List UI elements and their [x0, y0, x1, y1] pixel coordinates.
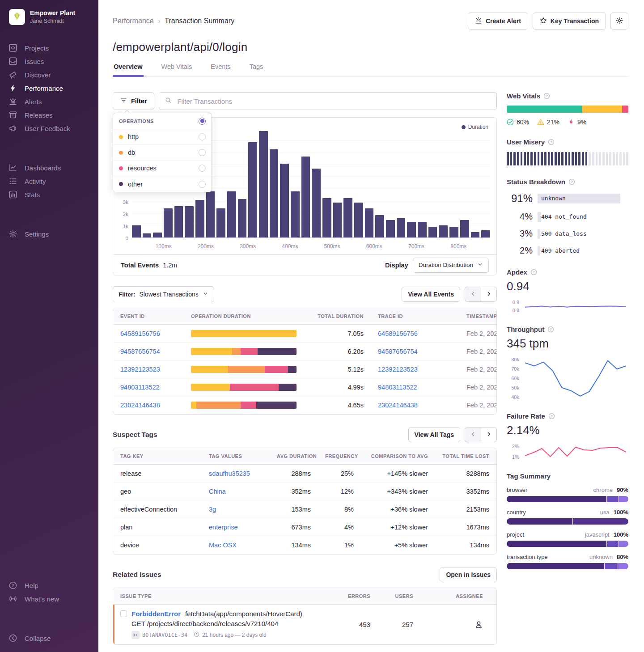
prev-page-button[interactable]: [465, 287, 481, 302]
view-all-tags-button[interactable]: View All Tags: [408, 427, 460, 442]
tag-value-link[interactable]: 3g: [209, 506, 216, 513]
sidebar-item-activity[interactable]: Activity: [0, 174, 98, 188]
tab-events[interactable]: Events: [210, 63, 231, 76]
operation-option-resources[interactable]: resources: [113, 161, 212, 176]
histogram-bar[interactable]: [206, 191, 215, 237]
operation-option-http[interactable]: http: [113, 129, 212, 145]
sidebar-item-alerts[interactable]: Alerts: [0, 95, 98, 108]
histogram-bar[interactable]: [238, 199, 247, 237]
issue-assignee[interactable]: [420, 620, 496, 629]
question-icon[interactable]: ?: [543, 93, 550, 99]
histogram-bar[interactable]: [227, 191, 236, 237]
sidebar-item-whats-new[interactable]: What's new: [0, 592, 98, 605]
operation-radio[interactable]: [199, 181, 206, 188]
org-switcher[interactable]: Empower Plant Jane Schmidt: [0, 9, 98, 25]
trace-id-link[interactable]: 12392123523: [378, 366, 418, 373]
dropdown-header[interactable]: OPERATIONS: [113, 113, 212, 129]
sidebar-item-discover[interactable]: Discover: [0, 68, 98, 81]
histogram-bar[interactable]: [333, 203, 342, 237]
tag-value-link[interactable]: enterprise: [209, 524, 237, 531]
event-id-link[interactable]: 94803113522: [120, 384, 160, 391]
tag-value-link[interactable]: Mac OSX: [209, 542, 237, 549]
histogram-bar[interactable]: [195, 200, 204, 237]
question-icon[interactable]: ?: [547, 326, 554, 333]
histogram-bar[interactable]: [397, 218, 406, 237]
prev-page-button[interactable]: [465, 427, 481, 442]
trace-id-link[interactable]: 94803113522: [378, 384, 417, 391]
histogram-bar[interactable]: [481, 230, 490, 237]
histogram-bar[interactable]: [280, 164, 289, 237]
question-icon[interactable]: ?: [548, 413, 555, 419]
next-page-button[interactable]: [481, 427, 497, 442]
key-transaction-button[interactable]: Key Transaction: [533, 13, 606, 30]
trace-id-link[interactable]: 64589156756: [378, 330, 418, 337]
display-select[interactable]: Duration Distribution: [413, 258, 489, 273]
histogram-bar[interactable]: [216, 208, 225, 237]
tag-value-link[interactable]: China: [209, 488, 226, 495]
tab-overview[interactable]: Overview: [113, 63, 144, 77]
event-id-link[interactable]: 64589156756: [120, 330, 160, 337]
sidebar-item-help[interactable]: ?Help: [0, 579, 98, 592]
histogram-bar[interactable]: [471, 232, 480, 237]
histogram-bar[interactable]: [270, 149, 279, 237]
histogram-bar[interactable]: [312, 169, 321, 237]
tag-value-link[interactable]: sdaufhu35235: [209, 470, 250, 477]
sidebar-item-releases[interactable]: Releases: [0, 108, 98, 122]
view-all-events-button[interactable]: View All Events: [402, 287, 460, 302]
operation-radio[interactable]: [199, 165, 206, 172]
sidebar-item-user-feedback[interactable]: User Feedback: [0, 122, 98, 135]
histogram-bar[interactable]: [449, 227, 458, 237]
sidebar-item-settings[interactable]: Settings: [0, 227, 98, 241]
event-id-link[interactable]: 23024146438: [120, 402, 160, 409]
operation-option-db[interactable]: db: [113, 145, 212, 161]
sidebar-item-dashboards[interactable]: Dashboards: [0, 161, 98, 174]
histogram-bar[interactable]: [439, 225, 448, 237]
operation-radio[interactable]: [199, 133, 206, 140]
histogram-bar[interactable]: [164, 208, 173, 237]
issue-error-type-link[interactable]: ForbiddenError: [131, 610, 181, 618]
histogram-bar[interactable]: [354, 203, 363, 237]
open-in-issues-button[interactable]: Open in Issues: [440, 567, 497, 582]
sidebar-item-collapse[interactable]: Collapse: [0, 631, 98, 645]
histogram-bar[interactable]: [132, 225, 141, 237]
operations-radio[interactable]: [199, 118, 206, 125]
histogram-bar[interactable]: [185, 206, 194, 237]
trace-id-link[interactable]: 94587656754: [378, 348, 418, 355]
sidebar-item-issues[interactable]: Issues: [0, 55, 98, 68]
question-icon[interactable]: ?: [568, 178, 575, 185]
sidebar-item-stats[interactable]: Stats: [0, 188, 98, 201]
event-id-link[interactable]: 94587656754: [120, 348, 160, 355]
sidebar-item-performance[interactable]: Performance: [0, 81, 98, 95]
operation-option-other[interactable]: other: [113, 176, 212, 192]
histogram-bar[interactable]: [174, 206, 183, 237]
issue-checkbox[interactable]: [120, 610, 127, 617]
histogram-bar[interactable]: [386, 220, 395, 237]
next-page-button[interactable]: [481, 287, 497, 302]
histogram-bar[interactable]: [418, 222, 427, 237]
histogram-bar[interactable]: [153, 233, 162, 237]
tab-web-vitals[interactable]: Web Vitals: [161, 63, 193, 76]
event-id-link[interactable]: 12392123523: [120, 366, 160, 373]
sidebar-item-projects[interactable]: Projects: [0, 41, 98, 55]
histogram-bar[interactable]: [259, 131, 268, 237]
tab-tags[interactable]: Tags: [249, 63, 264, 76]
histogram-bar[interactable]: [365, 208, 374, 237]
create-alert-button[interactable]: Create Alert: [468, 13, 528, 30]
events-filter-select[interactable]: Filter: Slowest Transactions: [113, 286, 214, 302]
operation-radio[interactable]: [199, 149, 206, 156]
histogram-bar[interactable]: [343, 198, 352, 237]
question-icon[interactable]: ?: [548, 139, 555, 145]
histogram-bar[interactable]: [428, 227, 437, 237]
breadcrumb-performance[interactable]: Performance: [113, 17, 154, 25]
filter-button[interactable]: Filter: [113, 92, 154, 110]
trace-id-link[interactable]: 23024146438: [378, 402, 418, 409]
histogram-bar[interactable]: [291, 191, 300, 237]
search-input[interactable]: [176, 97, 491, 106]
histogram-bar[interactable]: [248, 142, 257, 237]
histogram-bar[interactable]: [407, 222, 416, 237]
settings-gear-button[interactable]: [610, 13, 628, 30]
histogram-bar[interactable]: [460, 220, 469, 237]
histogram-bar[interactable]: [301, 157, 310, 237]
histogram-bar[interactable]: [143, 233, 152, 237]
histogram-bar[interactable]: [322, 198, 331, 237]
